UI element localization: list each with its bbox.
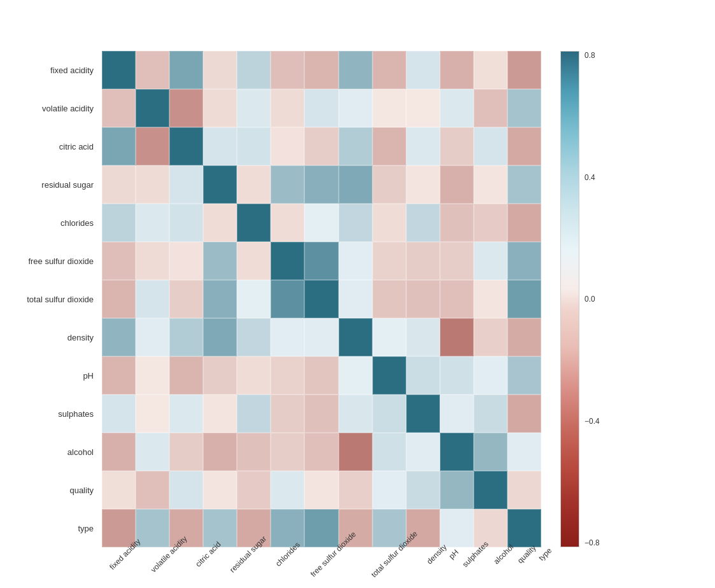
heatmap-cell bbox=[203, 242, 237, 280]
heatmap-cell bbox=[136, 89, 169, 127]
heatmap-cell bbox=[406, 433, 440, 471]
heatmap-cell bbox=[203, 204, 237, 242]
y-label-quality: quality bbox=[0, 471, 99, 509]
heatmap-area bbox=[102, 51, 541, 547]
heatmap-cell bbox=[271, 471, 304, 509]
heatmap-cell bbox=[271, 509, 304, 547]
heatmap-cell bbox=[440, 509, 474, 547]
x-axis-labels: fixed acidityvolatile aciditycitric acid… bbox=[102, 549, 541, 587]
heatmap-cell bbox=[169, 242, 203, 280]
heatmap-cell bbox=[406, 395, 440, 433]
heatmap-cell bbox=[372, 471, 406, 509]
heatmap-grid bbox=[102, 51, 541, 547]
y-label-pH: pH bbox=[0, 356, 99, 395]
heatmap-cell bbox=[203, 433, 237, 471]
heatmap-cell bbox=[372, 204, 406, 242]
heatmap-cell bbox=[271, 242, 304, 280]
heatmap-cell bbox=[304, 471, 338, 509]
heatmap-cell bbox=[237, 242, 271, 280]
heatmap-cell bbox=[406, 318, 440, 356]
heatmap-cell bbox=[440, 395, 474, 433]
heatmap-cell bbox=[406, 280, 440, 318]
heatmap-cell bbox=[304, 509, 338, 547]
heatmap-cell bbox=[169, 433, 203, 471]
heatmap-cell bbox=[339, 433, 372, 471]
heatmap-cell bbox=[102, 242, 136, 280]
heatmap-cell bbox=[102, 471, 136, 509]
heatmap-cell bbox=[406, 165, 440, 204]
y-label-alcohol: alcohol bbox=[0, 433, 99, 471]
heatmap-cell bbox=[507, 204, 541, 242]
heatmap-cell bbox=[339, 280, 372, 318]
heatmap-cell bbox=[440, 356, 474, 395]
heatmap-cell bbox=[339, 89, 372, 127]
heatmap-cell bbox=[474, 280, 507, 318]
heatmap-cell bbox=[203, 280, 237, 318]
heatmap-cell bbox=[237, 471, 271, 509]
heatmap-cell bbox=[203, 471, 237, 509]
heatmap-cell bbox=[474, 165, 507, 204]
heatmap-cell bbox=[372, 395, 406, 433]
heatmap-cell bbox=[271, 127, 304, 165]
colorbar-tick-0.0: 0.0 bbox=[584, 295, 600, 304]
heatmap-cell bbox=[203, 395, 237, 433]
heatmap-cell bbox=[406, 127, 440, 165]
x-label-wrapper-8: pH bbox=[446, 549, 455, 587]
heatmap-cell bbox=[102, 89, 136, 127]
heatmap-cell bbox=[304, 356, 338, 395]
heatmap-cell bbox=[339, 395, 372, 433]
x-label-wrapper-12: type bbox=[535, 549, 549, 587]
y-axis-labels: fixed acidityvolatile aciditycitric acid… bbox=[0, 51, 99, 547]
x-label-wrapper-2: citric acid bbox=[189, 549, 221, 587]
y-label-total-sulfur-dioxide: total sulfur dioxide bbox=[0, 280, 99, 318]
x-label-wrapper-5: free sulfur dioxide bbox=[300, 549, 360, 587]
heatmap-cell bbox=[237, 127, 271, 165]
heatmap-cell bbox=[237, 204, 271, 242]
heatmap-cell bbox=[169, 318, 203, 356]
heatmap-cell bbox=[304, 280, 338, 318]
heatmap-cell bbox=[474, 509, 507, 547]
heatmap-cell bbox=[440, 127, 474, 165]
colorbar-container: 0.8 0.4 0.0 −0.4 −0.8 bbox=[560, 51, 586, 547]
heatmap-cell bbox=[203, 127, 237, 165]
heatmap-cell bbox=[474, 204, 507, 242]
heatmap-cell bbox=[372, 127, 406, 165]
heatmap-cell bbox=[102, 433, 136, 471]
heatmap-cell bbox=[372, 242, 406, 280]
heatmap-cell bbox=[507, 433, 541, 471]
heatmap-cell bbox=[440, 204, 474, 242]
heatmap-cell bbox=[237, 51, 271, 89]
heatmap-cell bbox=[169, 89, 203, 127]
heatmap-cell bbox=[237, 318, 271, 356]
heatmap-cell bbox=[237, 280, 271, 318]
heatmap-cell bbox=[474, 395, 507, 433]
heatmap-cell bbox=[304, 89, 338, 127]
heatmap-cell bbox=[271, 318, 304, 356]
heatmap-cell bbox=[136, 165, 169, 204]
heatmap-cell bbox=[507, 89, 541, 127]
x-label-wrapper-3: residual sugar bbox=[221, 549, 269, 587]
heatmap-cell bbox=[507, 280, 541, 318]
heatmap-cell bbox=[507, 318, 541, 356]
chart-container: fixed acidityvolatile aciditycitric acid… bbox=[0, 0, 715, 588]
heatmap-cell bbox=[271, 51, 304, 89]
heatmap-cell bbox=[339, 471, 372, 509]
heatmap-cell bbox=[339, 204, 372, 242]
heatmap-cell bbox=[339, 356, 372, 395]
colorbar bbox=[560, 51, 579, 547]
heatmap-cell bbox=[237, 89, 271, 127]
heatmap-cell bbox=[136, 127, 169, 165]
x-label-wrapper-7: density bbox=[421, 549, 446, 587]
heatmap-cell bbox=[136, 318, 169, 356]
y-label-type: type bbox=[0, 509, 99, 547]
heatmap-cell bbox=[440, 51, 474, 89]
heatmap-cell bbox=[339, 242, 372, 280]
heatmap-cell bbox=[169, 204, 203, 242]
heatmap-cell bbox=[339, 165, 372, 204]
x-label-wrapper-1: volatile acidity bbox=[142, 549, 190, 587]
heatmap-cell bbox=[474, 471, 507, 509]
heatmap-cell bbox=[271, 280, 304, 318]
heatmap-cell bbox=[304, 318, 338, 356]
heatmap-cell bbox=[507, 51, 541, 89]
heatmap-cell bbox=[169, 165, 203, 204]
